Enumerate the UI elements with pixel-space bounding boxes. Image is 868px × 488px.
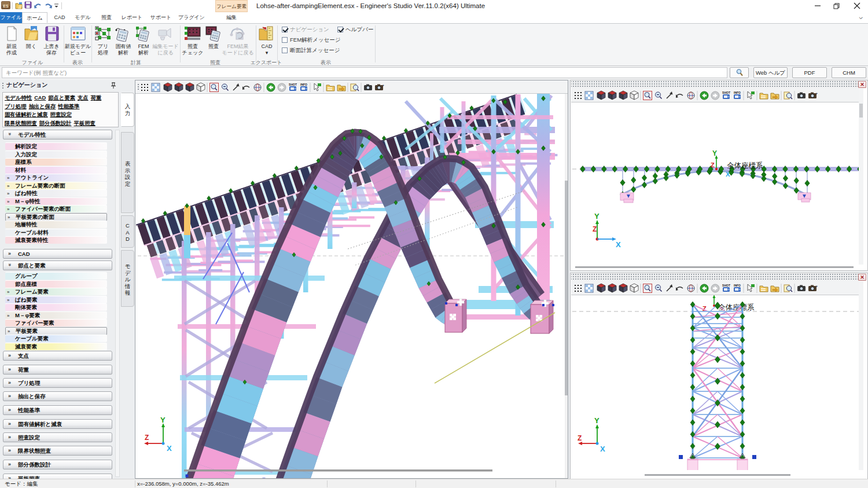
svg-text:X: X: [600, 445, 605, 453]
svg-text:X: X: [726, 171, 730, 178]
svg-text:Z: Z: [578, 434, 582, 442]
svg-text:全体座標系: 全体座標系: [727, 162, 763, 170]
svg-text:ES: ES: [3, 4, 9, 8]
svg-text:Y: Y: [594, 416, 599, 425]
svg-text:X: X: [616, 240, 621, 249]
svg-text:Z: Z: [145, 434, 149, 442]
svg-text:Y: Y: [160, 416, 165, 424]
svg-text:Y: Y: [594, 212, 599, 221]
svg-text:Z: Z: [711, 162, 715, 168]
svg-text:X: X: [167, 444, 172, 453]
svg-text:Z: Z: [593, 225, 597, 233]
